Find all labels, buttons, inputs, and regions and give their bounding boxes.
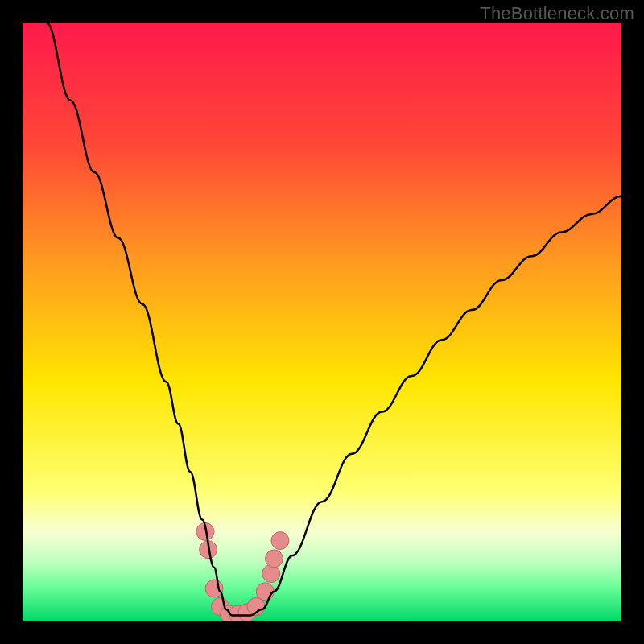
data-marker	[262, 564, 280, 582]
marker-group-back	[196, 522, 289, 621]
data-marker	[205, 580, 223, 597]
chart-svg	[23, 23, 621, 621]
data-marker	[256, 583, 274, 601]
data-marker	[265, 550, 283, 568]
bottleneck-curve-line	[47, 23, 621, 616]
chart-frame: TheBottleneck.com	[0, 0, 644, 644]
data-marker	[271, 532, 289, 550]
chart-plot-area	[23, 23, 621, 621]
watermark-text: TheBottleneck.com	[480, 3, 634, 24]
